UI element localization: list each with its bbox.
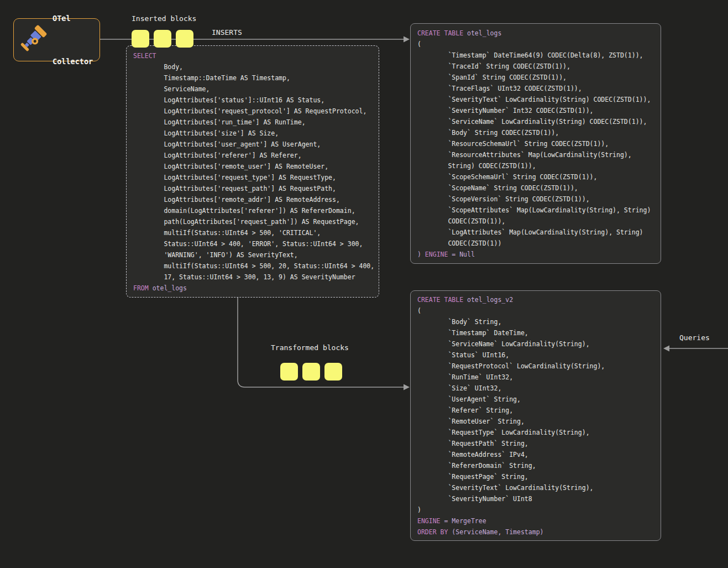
code-line: LogAttributes['status']::UInt16 AS Statu… bbox=[133, 95, 372, 106]
code-line: `TraceId` String CODEC(ZSTD(1)), bbox=[417, 61, 654, 72]
code-line: LogAttributes['request_protocol'] AS Req… bbox=[133, 106, 372, 117]
code-line: `LogAttributes` Map(LowCardinality(Strin… bbox=[417, 227, 654, 238]
code-line: `ServiceName` LowCardinality(String) COD… bbox=[417, 116, 654, 127]
code-line: `TraceFlags` UInt32 CODEC(ZSTD(1)), bbox=[417, 83, 654, 94]
code-line: ENGINE = MergeTree bbox=[417, 515, 654, 527]
code-line: `Timestamp` DateTime, bbox=[417, 327, 654, 338]
code-line: LogAttributes['remote_addr'] AS RemoteAd… bbox=[133, 194, 372, 205]
code-line: 'WARNING', 'INFO') AS SeverityText, bbox=[133, 249, 372, 260]
code-line: String) CODEC(ZSTD(1)), bbox=[417, 160, 654, 171]
code-line: LogAttributes['user_agent'] AS UserAgent… bbox=[133, 139, 372, 150]
code-line: `SeverityText` LowCardinality(String) CO… bbox=[417, 94, 654, 105]
code-line: domain(LogAttributes['referer']) AS Refe… bbox=[133, 205, 372, 216]
select-query-panel: SELECT Body, Timestamp::DateTime AS Time… bbox=[126, 45, 379, 298]
transformed-arrowhead bbox=[404, 384, 410, 390]
collector-title-line1: OTel bbox=[53, 11, 93, 25]
code-line: `ScopeName` String CODEC(ZSTD(1)), bbox=[417, 183, 654, 194]
code-line: `SeverityNumber` UInt8 bbox=[417, 493, 654, 504]
code-line: `UserAgent` String, bbox=[417, 394, 654, 405]
code-line: LogAttributes['size'] AS Size, bbox=[133, 128, 372, 139]
code-line: `RunTime` UInt32, bbox=[417, 372, 654, 383]
code-line: `ScopeVersion` String CODEC(ZSTD(1)), bbox=[417, 194, 654, 205]
code-line: `RequestProtocol` LowCardinality(String)… bbox=[417, 361, 654, 372]
code-line: `ScopeAttributes` Map(LowCardinality(Str… bbox=[417, 205, 654, 216]
code-line: ORDER BY (ServiceName, Timestamp) bbox=[417, 527, 654, 538]
code-line: `RequestType` LowCardinality(String), bbox=[417, 427, 654, 438]
code-line: `Body` String, bbox=[417, 316, 654, 327]
create-table-otel-logs-v2-panel: CREATE TABLE otel_logs_v2( `Body` String… bbox=[410, 290, 661, 541]
code-line: SELECT bbox=[133, 50, 372, 61]
code-line: `Status` UInt16, bbox=[417, 350, 654, 361]
data-block-icon bbox=[324, 363, 342, 381]
code-line: LogAttributes['run_time'] AS RunTime, bbox=[133, 117, 372, 128]
code-line: ServiceName, bbox=[133, 84, 372, 95]
code-line: CREATE TABLE otel_logs_v2 bbox=[417, 294, 654, 305]
code-line: Timestamp::DateTime AS Timestamp, bbox=[133, 72, 372, 84]
code-line: multiIf(Status::UInt64 > 500, 'CRITICAL'… bbox=[133, 227, 372, 238]
code-line: LogAttributes['referer'] AS Referer, bbox=[133, 150, 372, 161]
code-line: ( bbox=[417, 39, 654, 50]
data-block-icon bbox=[280, 363, 298, 381]
inserts-arrowhead bbox=[404, 37, 410, 43]
code-line: LogAttributes['remote_user'] AS RemoteUs… bbox=[133, 161, 372, 172]
code-line: 17, Status::UInt64 > 300, 13, 9) AS Seve… bbox=[133, 272, 372, 283]
code-line: ) bbox=[417, 504, 654, 515]
code-line: LogAttributes['request_path'] AS Request… bbox=[133, 183, 372, 194]
code-line: FROM otel_logs bbox=[133, 283, 372, 294]
code-line: ( bbox=[417, 305, 654, 316]
code-line: `SeverityNumber` Int32 CODEC(ZSTD(1)), bbox=[417, 105, 654, 116]
code-line: Body, bbox=[133, 61, 372, 72]
code-line: `ResourceAttributes` Map(LowCardinality(… bbox=[417, 149, 654, 160]
transformed-blocks-group bbox=[280, 363, 342, 381]
code-line: `RequestPage` String, bbox=[417, 471, 654, 482]
create-table-otel-logs-panel: CREATE TABLE otel_logs( `Timestamp` Date… bbox=[410, 23, 661, 264]
data-block-icon bbox=[176, 30, 193, 48]
code-line: `SeverityText` LowCardinality(String), bbox=[417, 482, 654, 493]
code-line: `RemoteUser` String, bbox=[417, 416, 654, 427]
code-line: `Timestamp` DateTime64(9) CODEC(Delta(8)… bbox=[417, 50, 654, 61]
inserted-blocks-group bbox=[132, 30, 193, 48]
queries-label: Queries bbox=[679, 333, 710, 342]
inserts-label: INSERTS bbox=[212, 28, 242, 37]
code-line: `ScopeSchemaUrl` String CODEC(ZSTD(1)), bbox=[417, 171, 654, 183]
code-line: `RefererDomain` String, bbox=[417, 460, 654, 471]
code-line: `Referer` String, bbox=[417, 405, 654, 416]
data-block-icon bbox=[302, 363, 320, 381]
code-line: `Size` UInt32, bbox=[417, 383, 654, 394]
code-line: ) ENGINE = Null bbox=[417, 249, 654, 260]
code-line: `ServiceName` LowCardinality(String), bbox=[417, 338, 654, 350]
collector-title-line2: Collector bbox=[53, 54, 93, 69]
code-line: LogAttributes['request_type'] AS Request… bbox=[133, 172, 372, 183]
code-line: `Body` String CODEC(ZSTD(1)), bbox=[417, 127, 654, 138]
otel-collector-node: OTel Collector bbox=[13, 18, 100, 61]
queries-arrowhead bbox=[663, 346, 669, 352]
data-block-icon bbox=[132, 30, 149, 48]
code-line: Status::UInt64 > 400, 'ERROR', Status::U… bbox=[133, 238, 372, 249]
transformed-blocks-label: Transformed blocks bbox=[271, 343, 349, 352]
code-line: CODEC(ZSTD(1)), bbox=[417, 216, 654, 227]
code-line: `RequestPath` String, bbox=[417, 438, 654, 449]
code-line: `ResourceSchemaUrl` String CODEC(ZSTD(1)… bbox=[417, 138, 654, 149]
code-line: multiIf(Status::UInt64 > 500, 20, Status… bbox=[133, 260, 372, 272]
code-line: `SpanId` String CODEC(ZSTD(1)), bbox=[417, 72, 654, 83]
data-block-icon bbox=[154, 30, 171, 48]
code-line: CREATE TABLE otel_logs bbox=[417, 28, 654, 39]
code-line: path(LogAttributes['request_path']) AS R… bbox=[133, 216, 372, 227]
code-line: CODEC(ZSTD(1)) bbox=[417, 238, 654, 249]
inserted-blocks-label: Inserted blocks bbox=[132, 14, 196, 23]
code-line: `RemoteAddress` IPv4, bbox=[417, 449, 654, 460]
telescope-icon bbox=[19, 24, 47, 56]
